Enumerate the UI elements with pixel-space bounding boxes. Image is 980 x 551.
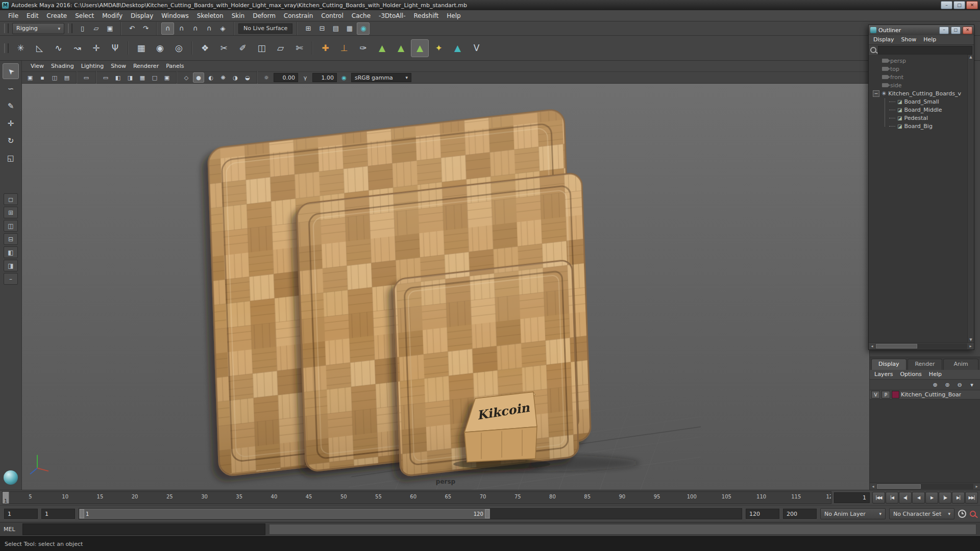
outliner-item-front[interactable]: front [869, 73, 974, 81]
undo-icon[interactable]: ↶ [126, 22, 138, 35]
minimize-button[interactable]: – [941, 1, 952, 9]
layer-menu-layers[interactable]: Layers [871, 370, 896, 379]
create-empty-layer-icon[interactable]: ⊕ [930, 380, 940, 389]
layout-two-side-icon[interactable]: ◫ [4, 220, 18, 232]
toolbar-handle[interactable] [68, 23, 72, 33]
anim-layer-dropdown[interactable]: No Anim Layer ▾ [820, 508, 886, 519]
tab-render[interactable]: Render [908, 359, 943, 370]
outliner-vertical-scrollbar[interactable]: ▲ ▼ [967, 55, 974, 342]
outliner-close-button[interactable]: ✕ [963, 27, 972, 34]
muscle-c-icon[interactable]: ▲ [411, 39, 429, 57]
select-camera-icon[interactable]: ▣ [24, 72, 36, 83]
scroll-up-icon[interactable]: ▲ [969, 55, 972, 59]
playback-end-field[interactable]: 120 [746, 509, 779, 519]
menu-help[interactable]: Help [443, 11, 464, 20]
vertex-tool-icon[interactable]: V [468, 39, 485, 57]
select-tool-icon[interactable]: ➤ [3, 63, 19, 79]
sculpt-deformer-icon[interactable]: ✑ [354, 39, 372, 57]
tension-deformer-icon[interactable]: ⊥ [335, 39, 353, 57]
viewport-3d[interactable]: Kikcoin persp [22, 84, 869, 490]
current-frame-field[interactable]: 1 [834, 492, 870, 503]
menuset-dropdown[interactable]: Rigging ▾ [12, 23, 64, 34]
outliner-minimize-button[interactable]: – [939, 27, 949, 34]
layout-outliner-persp-icon[interactable]: ◨ [4, 260, 18, 271]
render-view-icon[interactable]: ◉ [357, 22, 370, 35]
layout-two-stacked-icon[interactable]: ⊟ [4, 233, 18, 245]
scroll-right-icon[interactable]: ▸ [973, 484, 980, 489]
safe-title-icon[interactable]: ▣ [161, 72, 173, 83]
outliner-menu-display[interactable]: Display [870, 35, 898, 44]
play-forwards-button[interactable]: ▶ [925, 492, 938, 504]
field-chart-icon[interactable]: ▦ [137, 72, 148, 83]
snap-to-point-icon[interactable]: ∩ [189, 22, 202, 35]
rotate-tool-icon[interactable]: ↻ [3, 133, 19, 148]
outliner-window[interactable]: Outliner – □ ✕ DisplayShowHelp persptopf… [868, 24, 974, 350]
scrollbar-thumb[interactable] [877, 484, 921, 489]
panel-menu-lighting[interactable]: Lighting [78, 62, 107, 70]
previous-key-button[interactable]: |◀ [886, 492, 898, 504]
menu-deform[interactable]: Deform [249, 11, 280, 20]
snap-to-grid-icon[interactable]: ∩ [161, 22, 174, 35]
animation-end-field[interactable]: 200 [783, 509, 817, 519]
tab-anim[interactable]: Anim [943, 359, 978, 370]
delete-layer-icon[interactable]: ⊖ [954, 380, 965, 389]
frame-selection-icon[interactable]: ⊟ [315, 22, 328, 35]
outliner-title-bar[interactable]: Outliner – □ ✕ [869, 25, 974, 35]
toolbar-handle[interactable] [4, 43, 9, 53]
resolution-gate-icon[interactable]: ◧ [112, 72, 124, 83]
menu-select[interactable]: Select [71, 11, 98, 20]
previous-frame-button[interactable]: ◀| [899, 492, 912, 504]
outliner-item-side[interactable]: side [869, 81, 974, 89]
command-language-toggle[interactable]: MEL [4, 526, 19, 533]
auto-keyframe-icon[interactable] [969, 510, 977, 518]
playback-start-field[interactable]: 1 [41, 509, 75, 519]
prune-weights-icon[interactable]: ✄ [290, 39, 308, 57]
layer-color-swatch[interactable] [892, 391, 899, 398]
scrollbar-track[interactable] [876, 484, 973, 489]
close-button[interactable]: ✕ [966, 1, 978, 9]
time-slider[interactable]: 5101520253035404550556065707580859095100… [2, 491, 831, 504]
layout-minus-icon[interactable]: – [4, 273, 18, 285]
create-layer-from-selected-icon[interactable]: ⊛ [942, 380, 952, 389]
range-slider-track[interactable]: 1 120 [79, 508, 742, 519]
exposure-field[interactable]: 0.00 [274, 73, 298, 82]
add-influence-icon[interactable]: ✚ [316, 39, 334, 57]
joint-tool-icon[interactable]: ✳ [12, 39, 30, 57]
constraint-icon[interactable]: ✛ [87, 39, 105, 57]
wireframe-icon[interactable]: ◇ [181, 72, 192, 83]
scrollbar-track[interactable] [875, 343, 967, 349]
outliner-menu-help[interactable]: Help [920, 35, 940, 44]
panel-menu-shading[interactable]: Shading [47, 62, 78, 70]
detach-skin-icon[interactable]: ✂ [215, 39, 233, 57]
paint-weights-icon[interactable]: ✐ [234, 39, 252, 57]
redo-icon[interactable]: ↷ [139, 22, 152, 35]
maximize-button[interactable]: □ [953, 1, 965, 9]
ik-pole-icon[interactable]: ↝ [68, 39, 86, 57]
menu-edit[interactable]: Edit [22, 11, 42, 20]
menu-skin[interactable]: Skin [228, 11, 249, 20]
move-tool-icon[interactable]: ✛ [3, 115, 19, 131]
layer-menu-help[interactable]: Help [925, 370, 945, 379]
collapse-toggle-icon[interactable]: − [873, 90, 879, 97]
go-to-end-button[interactable]: ▶▶| [965, 492, 978, 504]
output-connections-icon[interactable]: ▦ [343, 22, 356, 35]
film-gate-icon[interactable]: ▭ [100, 72, 111, 83]
scroll-down-icon[interactable]: ▼ [969, 338, 972, 342]
panel-menu-view[interactable]: View [27, 62, 47, 70]
shadows-icon[interactable]: ◑ [230, 72, 241, 83]
menu-file[interactable]: File [4, 11, 22, 20]
timeline-playhead[interactable]: 1 [3, 492, 9, 504]
lattice-icon[interactable]: ▦ [132, 39, 150, 57]
human-ik-icon[interactable]: Ψ [106, 39, 124, 57]
layer-playback-toggle[interactable]: P [881, 391, 890, 398]
live-surface-field[interactable]: No Live Surface [238, 23, 292, 34]
character-set-dropdown[interactable]: No Character Set ▾ [889, 508, 954, 519]
animation-start-field[interactable]: 1 [4, 509, 38, 519]
outliner-menu-show[interactable]: Show [898, 35, 920, 44]
mirror-weights-icon[interactable]: ◫ [253, 39, 271, 57]
image-plane-icon[interactable]: ▭ [81, 72, 92, 83]
lasso-tool-icon[interactable]: ∽ [3, 81, 19, 96]
panel-menu-panels[interactable]: Panels [162, 62, 187, 70]
occlusion-icon[interactable]: ◒ [242, 72, 253, 83]
scroll-left-icon[interactable]: ◂ [869, 344, 875, 348]
